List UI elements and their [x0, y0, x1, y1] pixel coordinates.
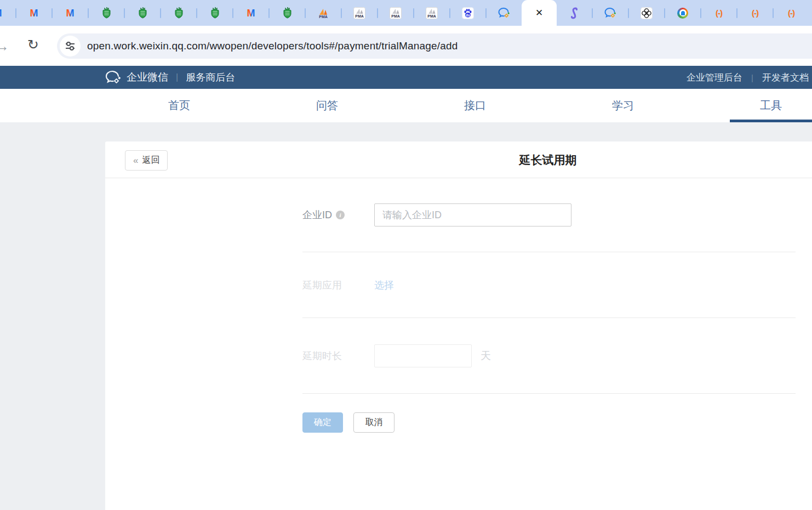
pma-icon: PMA — [317, 7, 329, 19]
nav-tab-label: 问答 — [316, 98, 338, 113]
url-text[interactable]: open.work.weixin.qq.com/wwopen/developer… — [87, 40, 458, 52]
url-bar[interactable]: open.work.weixin.qq.com/wwopen/developer… — [57, 33, 812, 59]
extend-app-label: 延期应用 — [302, 279, 374, 292]
tune-icon — [65, 41, 76, 52]
pma-box-icon: PMA — [390, 7, 402, 19]
svg-text:M: M — [66, 8, 75, 18]
m-logo-icon: M — [64, 7, 76, 19]
code-icon: (-) — [749, 7, 761, 19]
confirm-button[interactable]: 确定 — [302, 412, 343, 433]
forward-arrow-icon[interactable]: → — [0, 38, 9, 55]
cancel-button[interactable]: 取消 — [353, 412, 394, 433]
panel-header: « 返回 延长试用期 — [105, 141, 812, 178]
form-row-extend-duration: 延期时长 天 — [302, 318, 796, 394]
nav-tab-label: 首页 — [168, 98, 190, 113]
header-links-divider: | — [751, 73, 753, 82]
browser-tab-m-logo[interactable]: M — [53, 0, 88, 26]
link-developer-docs[interactable]: 开发者文档 — [762, 71, 809, 84]
back-chevron-icon: « — [133, 155, 138, 166]
trial-extend-form: 企业ID i 延期应用 选择 延期时长 天 确定 取消 — [302, 178, 796, 433]
svg-text:PMA: PMA — [427, 14, 436, 18]
portal-name[interactable]: 服务商后台 — [186, 71, 235, 84]
content-area: « 返回 延长试用期 企业ID i 延期应用 选择 — [0, 122, 812, 510]
nav-tab-label: 学习 — [612, 98, 634, 113]
browser-tab-purple-s[interactable] — [557, 0, 592, 26]
m-logo-icon: M — [28, 7, 40, 19]
form-row-corp-id: 企业ID i — [302, 178, 796, 252]
browser-tab-baidu[interactable]: du — [450, 0, 485, 26]
browser-tab-m-logo[interactable]: M — [0, 0, 15, 26]
form-row-extend-app: 延期应用 选择 — [302, 252, 796, 318]
select-app-link[interactable]: 选择 — [374, 279, 394, 292]
reload-icon[interactable]: ↻ — [27, 37, 39, 53]
code-icon: (-) — [785, 7, 797, 19]
browser-tab-pma-box[interactable]: PMA — [378, 0, 413, 26]
nav-tab-首页[interactable]: 首页 — [105, 89, 253, 122]
m-logo-icon: M — [0, 7, 4, 19]
browser-tab-shield[interactable] — [197, 0, 232, 26]
svg-text:PMA: PMA — [355, 14, 364, 18]
browser-tab-shield[interactable] — [89, 0, 124, 26]
purple-s-icon — [568, 7, 580, 19]
browser-tab-shield[interactable] — [125, 0, 160, 26]
site-nav: 首页问答接口学习工具 — [0, 89, 812, 122]
nav-tab-label: 工具 — [760, 98, 782, 113]
shield-icon — [136, 7, 148, 19]
wecom-logo-icon — [105, 70, 122, 84]
svg-text:M: M — [0, 8, 2, 18]
corp-id-label: 企业ID i — [302, 208, 374, 222]
extend-duration-label: 延期时长 — [302, 349, 374, 362]
browser-tab-shield[interactable] — [270, 0, 305, 26]
header-divider: | — [176, 72, 178, 82]
corp-id-input[interactable] — [374, 203, 571, 226]
code-icon: (-) — [713, 7, 725, 19]
browser-tab-wecom[interactable] — [487, 0, 522, 26]
browser-tab-pma-box[interactable]: PMA — [414, 0, 449, 26]
nav-tab-问答[interactable]: 问答 — [253, 89, 401, 122]
browser-tab-code[interactable]: (-) — [774, 0, 809, 26]
browser-tab-shield[interactable] — [161, 0, 196, 26]
browser-tab-m-logo[interactable]: M — [233, 0, 268, 26]
browser-tab-pma-box[interactable]: PMA — [342, 0, 377, 26]
shield-icon — [173, 7, 185, 19]
svg-text:PMA: PMA — [319, 15, 328, 19]
pma-box-icon: PMA — [426, 7, 438, 19]
duration-input[interactable] — [374, 344, 472, 367]
nav-tab-工具-active[interactable]: 工具 — [697, 89, 812, 122]
baidu-icon: du — [462, 7, 474, 19]
nav-tab-接口[interactable]: 接口 — [401, 89, 549, 122]
shield-icon — [209, 7, 221, 19]
link-enterprise-admin[interactable]: 企业管理后台 — [687, 71, 742, 84]
browser-tab-strip: MMMMPMAPMAPMAPMAdu✕(-)(-)(-) — [0, 0, 812, 26]
browser-tab-bell[interactable] — [665, 0, 700, 26]
shield-icon — [100, 7, 112, 19]
wecom-icon — [604, 7, 616, 19]
back-button-label: 返回 — [142, 155, 159, 166]
bell-icon — [677, 7, 689, 19]
wecom-icon — [498, 7, 510, 19]
info-icon[interactable]: i — [336, 211, 345, 219]
seal-icon — [641, 7, 653, 19]
browser-tab-m-logo[interactable]: M — [16, 0, 52, 26]
back-button[interactable]: « 返回 — [125, 150, 168, 171]
browser-tab-code[interactable]: (-) — [701, 0, 736, 26]
browser-tab-code[interactable]: (-) — [737, 0, 773, 26]
nav-tab-学习[interactable]: 学习 — [549, 89, 697, 122]
site-header-left: 企业微信 | 服务商后台 — [105, 66, 235, 89]
browser-tab-seal[interactable] — [629, 0, 664, 26]
svg-text:PMA: PMA — [391, 14, 400, 18]
browser-tab-pma[interactable]: PMA — [306, 0, 341, 26]
m-logo-icon: M — [245, 7, 257, 19]
svg-text:du: du — [466, 13, 470, 16]
svg-text:M: M — [30, 8, 38, 18]
site-settings-chip[interactable] — [60, 36, 81, 56]
svg-text:M: M — [247, 8, 255, 18]
shield-icon — [281, 7, 293, 19]
days-unit-label: 天 — [481, 349, 491, 363]
browser-tab-wecom[interactable] — [593, 0, 628, 26]
site-header: 企业微信 | 服务商后台 企业管理后台 | 开发者文档 — [0, 66, 812, 89]
site-header-links: 企业管理后台 | 开发者文档 — [687, 66, 809, 89]
tab-close-button[interactable]: ✕ — [535, 8, 543, 18]
active-browser-tab[interactable]: ✕ — [522, 0, 557, 26]
brand-name[interactable]: 企业微信 — [127, 70, 168, 84]
